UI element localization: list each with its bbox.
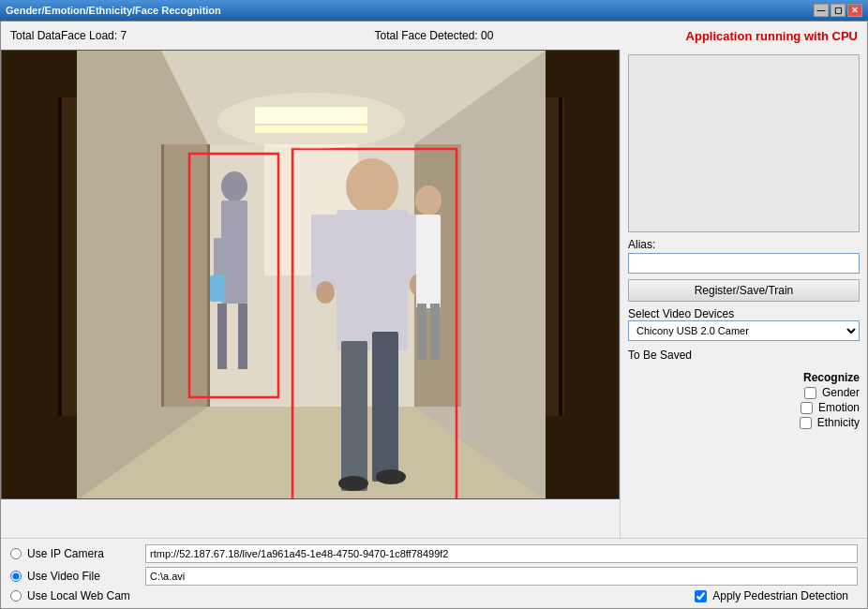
ip-camera-url-input[interactable] [145,544,858,563]
video-file-path-input[interactable] [145,567,858,586]
face-detected-value: 00 [481,29,493,42]
gender-checkbox-row: Gender [628,386,860,399]
svg-rect-34 [311,215,337,290]
video-file-row: Use Video File [10,567,858,586]
video-file-section: Use Video File [10,567,858,586]
app-status: Application running with CPU [576,29,858,43]
title-buttons: — ▢ ✕ [814,4,862,17]
content-area: Alias: Register/Save/Train Select Video … [1,50,867,538]
svg-rect-25 [238,304,247,369]
svg-rect-43 [430,304,440,360]
emotion-checkbox-row: Emotion [628,401,860,414]
svg-point-40 [415,186,441,215]
ip-camera-row: Use IP Camera [10,544,858,563]
select-video-label: Select Video Devices [628,307,860,320]
ip-camera-label: Use IP Camera [27,547,140,560]
dataface-load-label: Total DataFace Load: [10,29,117,42]
local-webcam-label: Use Local Web Cam [27,589,140,602]
video-file-label: Use Video File [27,570,140,583]
side-panel: Alias: Register/Save/Train Select Video … [620,50,867,538]
ethnicity-checkbox[interactable] [800,417,812,429]
webcam-pedestrian-row: Use Local Web Cam Apply Pedestrian Detec… [10,589,858,602]
maximize-button[interactable]: ▢ [831,4,846,17]
svg-rect-42 [417,304,427,360]
ethnicity-label: Ethnicity [817,416,860,429]
gender-checkbox[interactable] [804,387,816,399]
face-preview [628,54,860,232]
dataface-load: Total DataFace Load: 7 [10,29,292,42]
svg-point-36 [316,281,335,304]
svg-rect-24 [217,304,227,369]
ip-camera-radio[interactable] [10,548,22,559]
pedestrian-detection-row: Apply Pedestrian Detection [695,589,858,602]
svg-point-22 [221,171,247,201]
svg-rect-18 [161,144,164,407]
close-button[interactable]: ✕ [847,4,862,17]
main-window: Total DataFace Load: 7 Total Face Detect… [0,21,868,609]
dataface-load-value: 7 [120,29,127,42]
svg-rect-31 [337,210,408,350]
alias-input[interactable] [628,253,860,274]
pedestrian-detection-label: Apply Pedestrian Detection [712,589,848,602]
svg-rect-9 [559,97,562,416]
svg-rect-19 [207,144,210,407]
svg-point-39 [376,469,406,484]
face-detected: Total Face Detected: 00 [292,29,575,42]
pedestrian-detection-checkbox[interactable] [695,590,707,602]
emotion-checkbox[interactable] [801,402,813,414]
svg-rect-28 [210,275,225,302]
face-detected-label: Total Face Detected: [375,29,478,42]
svg-rect-17 [161,144,210,407]
svg-rect-6 [58,97,62,416]
svg-point-44 [217,93,405,149]
svg-rect-33 [372,332,398,482]
svg-rect-41 [416,215,441,308]
local-webcam-radio[interactable] [10,590,22,602]
recognize-title: Recognize [628,371,860,384]
alias-section: Alias: [628,238,860,274]
emotion-label: Emotion [818,401,860,414]
to-be-saved-label: To Be Saved [628,349,860,362]
window-title: Gender/Emotion/Ethnicity/Face Recognitio… [6,5,221,16]
ethnicity-checkbox-row: Ethnicity [628,416,860,429]
stats-bar: Total DataFace Load: 7 Total Face Detect… [1,22,867,50]
video-device-section: Select Video Devices Chicony USB 2.0 Cam… [628,307,860,341]
svg-point-30 [346,158,398,215]
svg-rect-32 [341,341,367,491]
gender-label: Gender [822,386,860,399]
video-device-dropdown[interactable]: Chicony USB 2.0 Camer [628,320,860,341]
local-webcam-row: Use Local Web Cam [10,589,695,602]
video-panel [1,50,620,499]
svg-rect-27 [236,238,247,294]
minimize-button[interactable]: — [814,4,829,17]
svg-point-38 [338,476,368,491]
corridor-scene [2,51,620,499]
bottom-controls: Use IP Camera Use Video File Use Local W… [1,538,867,608]
video-file-radio[interactable] [10,571,22,582]
alias-label: Alias: [628,238,860,251]
register-save-train-button[interactable]: Register/Save/Train [628,279,860,302]
recognize-section: Recognize Gender Emotion Ethnicity [628,367,860,433]
title-bar: Gender/Emotion/Ethnicity/Face Recognitio… [0,0,868,21]
